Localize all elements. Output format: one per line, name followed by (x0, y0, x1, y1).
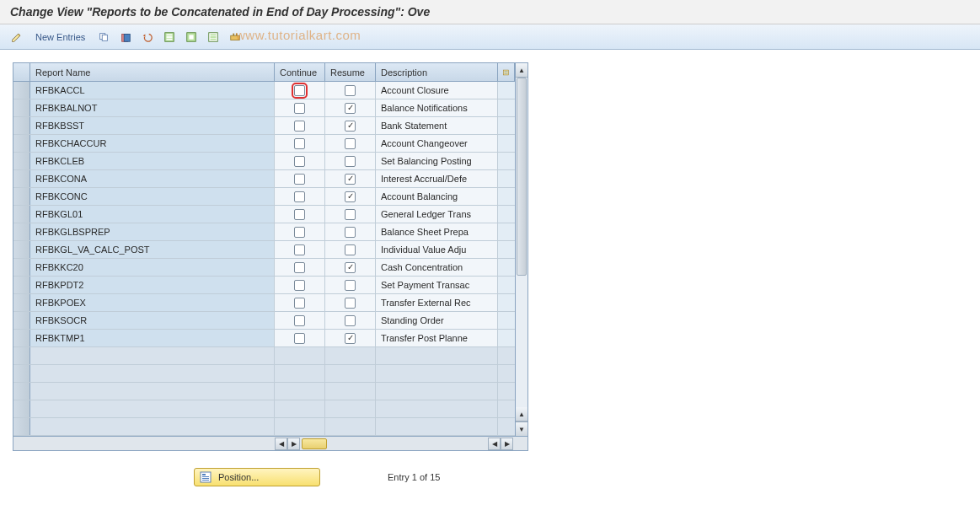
delete-icon[interactable] (117, 29, 134, 46)
scroll-thumb[interactable] (517, 78, 527, 276)
row-selector[interactable] (13, 400, 30, 417)
vertical-scrollbar[interactable]: ▲ ▲ ▼ (515, 63, 527, 436)
cell-report-name[interactable]: RFBKBSST (30, 117, 275, 134)
continue-checkbox[interactable] (294, 227, 305, 238)
cell-report-name[interactable]: RFBKBALNOT (30, 99, 275, 116)
resume-checkbox[interactable] (345, 333, 356, 344)
row-selector[interactable] (13, 99, 30, 116)
row-selector[interactable] (13, 330, 30, 346)
cell-description[interactable]: Account Balancing (376, 188, 498, 205)
row-selector[interactable] (13, 153, 30, 169)
col-header-config[interactable] (498, 63, 515, 81)
continue-checkbox[interactable] (294, 191, 305, 202)
resume-checkbox[interactable] (345, 262, 356, 273)
cell-report-name[interactable]: RFBKSOCR (30, 312, 275, 329)
resume-checkbox[interactable] (345, 280, 356, 291)
cell-description[interactable]: Interest Accrual/Defe (376, 170, 498, 187)
row-selector[interactable] (13, 223, 30, 240)
scroll-down-near-button[interactable]: ▲ (516, 407, 527, 422)
hscroll-right-button[interactable]: ▶ (287, 438, 300, 450)
row-selector[interactable] (13, 347, 30, 364)
continue-checkbox[interactable] (294, 138, 305, 149)
col-header-description[interactable]: Description (376, 63, 498, 81)
continue-checkbox[interactable] (294, 103, 305, 114)
row-selector[interactable] (13, 206, 30, 223)
resume-checkbox[interactable] (345, 85, 356, 96)
config-icon[interactable] (227, 29, 244, 46)
resume-checkbox[interactable] (345, 209, 356, 220)
col-header-continue[interactable]: Continue (275, 63, 325, 81)
continue-checkbox[interactable] (294, 174, 305, 185)
cell-report-name[interactable]: RFBKCHACCUR (30, 135, 275, 152)
continue-checkbox[interactable] (294, 244, 305, 255)
row-selector[interactable] (13, 170, 30, 187)
cell-report-name[interactable]: RFBKGL_VA_CALC_POST (30, 241, 275, 258)
cell-description[interactable]: Transfer External Rec (376, 294, 498, 311)
scroll-up-button[interactable]: ▲ (516, 63, 527, 78)
undo-icon[interactable] (139, 29, 156, 46)
scroll-down-button[interactable]: ▼ (516, 422, 527, 436)
col-header-name[interactable]: Report Name (30, 63, 275, 81)
row-selector[interactable] (13, 383, 30, 400)
cell-description[interactable]: Cash Concentration (376, 259, 498, 276)
continue-checkbox[interactable] (294, 209, 305, 220)
scroll-track[interactable] (516, 78, 527, 407)
deselect-all-icon[interactable] (205, 29, 222, 46)
row-selector[interactable] (13, 294, 30, 311)
position-button[interactable]: Position... (194, 468, 320, 486)
row-selector[interactable] (13, 241, 30, 258)
cell-description[interactable]: Set Payment Transac (376, 277, 498, 293)
cell-report-name[interactable]: RFBKKC20 (30, 259, 275, 276)
cell-report-name[interactable]: RFBKCLEB (30, 153, 275, 169)
select-all-icon[interactable] (161, 29, 178, 46)
row-selector[interactable] (13, 312, 30, 329)
row-selector[interactable] (13, 82, 30, 99)
row-selector[interactable] (13, 188, 30, 205)
toggle-edit-icon[interactable] (8, 29, 25, 46)
col-header-resume[interactable]: Resume (325, 63, 376, 81)
select-all-column[interactable] (13, 63, 30, 81)
cell-description[interactable]: Account Changeover (376, 135, 498, 152)
resume-checkbox[interactable] (345, 315, 356, 326)
cell-description[interactable]: Set Balancing Posting (376, 153, 498, 169)
row-selector[interactable] (13, 117, 30, 134)
continue-checkbox[interactable] (294, 156, 305, 167)
resume-checkbox[interactable] (345, 103, 356, 114)
continue-checkbox[interactable] (294, 315, 305, 326)
resume-checkbox[interactable] (345, 191, 356, 202)
cell-description[interactable]: Balance Sheet Prepa (376, 223, 498, 240)
hscroll-thumb[interactable] (302, 438, 327, 449)
resume-checkbox[interactable] (345, 298, 356, 309)
copy-icon[interactable] (95, 29, 112, 46)
continue-checkbox[interactable] (294, 333, 305, 344)
resume-checkbox[interactable] (345, 227, 356, 238)
continue-checkbox[interactable] (294, 121, 305, 132)
row-selector[interactable] (13, 277, 30, 293)
cell-report-name[interactable]: RFBKTMP1 (30, 330, 275, 346)
hscroll-right2-button[interactable]: ▶ (501, 438, 513, 450)
cell-report-name[interactable]: RFBKCONA (30, 170, 275, 187)
row-selector[interactable] (13, 418, 30, 435)
cell-report-name[interactable]: RFBKGLBSPREP (30, 223, 275, 240)
cell-description[interactable]: Transfer Post Planne (376, 330, 498, 346)
resume-checkbox[interactable] (345, 156, 356, 167)
hscroll-left-button[interactable]: ◀ (275, 438, 287, 450)
cell-report-name[interactable]: RFBKPDT2 (30, 277, 275, 293)
row-selector[interactable] (13, 135, 30, 152)
cell-description[interactable]: General Ledger Trans (376, 206, 498, 223)
cell-report-name[interactable]: RFBKPOEX (30, 294, 275, 311)
continue-checkbox[interactable] (294, 280, 305, 291)
cell-description[interactable]: Account Closure (376, 82, 498, 99)
cell-description[interactable]: Individual Value Adju (376, 241, 498, 258)
row-selector[interactable] (13, 365, 30, 382)
hscroll-left2-button[interactable]: ◀ (488, 438, 501, 450)
cell-report-name[interactable]: RFBKGL01 (30, 206, 275, 223)
cell-description[interactable]: Standing Order (376, 312, 498, 329)
row-selector[interactable] (13, 259, 30, 276)
cell-description[interactable]: Balance Notifications (376, 99, 498, 116)
cell-description[interactable]: Bank Statement (376, 117, 498, 134)
resume-checkbox[interactable] (345, 121, 356, 132)
resume-checkbox[interactable] (345, 138, 356, 149)
cell-report-name[interactable]: RFBKCONC (30, 188, 275, 205)
continue-checkbox[interactable] (294, 85, 305, 96)
